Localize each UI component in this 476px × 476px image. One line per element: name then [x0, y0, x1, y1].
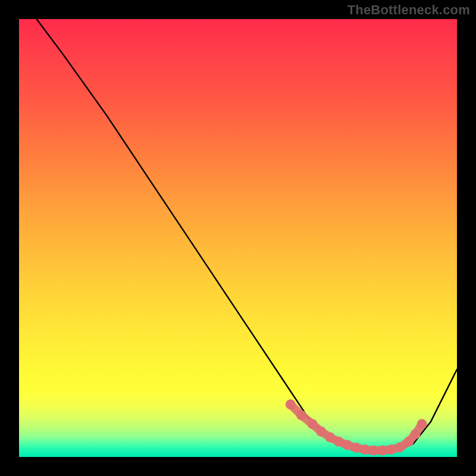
curve-svg: [19, 19, 457, 457]
highlight-dot: [417, 419, 427, 429]
highlight-dot: [369, 446, 379, 456]
highlight-dot: [411, 429, 421, 439]
highlight-dot: [308, 419, 318, 429]
highlight-dot: [343, 440, 353, 450]
highlight-dot: [325, 432, 335, 442]
plot-area: [19, 19, 457, 457]
watermark-text: TheBottleneck.com: [347, 2, 470, 18]
highlight-dot: [377, 446, 387, 456]
highlight-dot: [296, 411, 306, 421]
highlight-zone: [286, 399, 427, 455]
highlight-dot: [360, 444, 370, 455]
highlight-dot: [386, 444, 396, 455]
chart-frame: TheBottleneck.com: [0, 0, 476, 476]
curve-path: [36, 19, 457, 452]
highlight-dot: [395, 442, 405, 452]
highlight-dot: [286, 399, 296, 409]
highlight-dot: [351, 443, 361, 453]
highlight-dot: [316, 427, 326, 437]
highlight-dot: [334, 437, 344, 447]
